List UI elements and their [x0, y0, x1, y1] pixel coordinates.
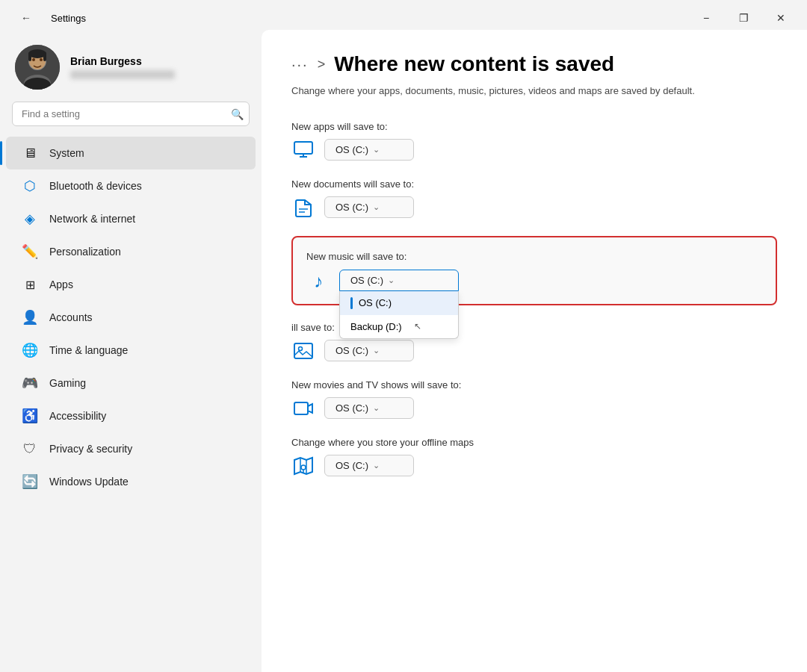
gaming-icon: 🎮 — [21, 374, 39, 392]
svg-point-21 — [301, 465, 306, 470]
setting-label-movies: New movies and TV shows will save to: — [291, 379, 777, 391]
sidebar-item-personalization[interactable]: ✏️ Personalization — [6, 235, 256, 268]
search-icon[interactable]: 🔍 — [231, 108, 244, 120]
sidebar-item-bluetooth[interactable]: ⬡ Bluetooth & devices — [6, 169, 256, 202]
system-icon: 🖥 — [21, 144, 39, 162]
sidebar-item-label-accounts: Accounts — [49, 311, 241, 323]
setting-label-maps: Change where you store your offline maps — [291, 437, 777, 448]
music-option-d[interactable]: Backup (D:) ↖ — [340, 315, 458, 338]
sidebar-item-label-gaming: Gaming — [49, 377, 241, 389]
breadcrumb-dots: ··· — [291, 56, 309, 73]
svg-rect-17 — [294, 402, 308, 414]
setting-control-apps: OS (C:) ⌄ — [291, 138, 777, 162]
time-icon: 🌐 — [21, 341, 39, 359]
privacy-icon: 🛡 — [21, 440, 39, 458]
documents-save-dropdown[interactable]: OS (C:) ⌄ — [324, 196, 414, 218]
setting-control-maps: OS (C:) ⌄ — [291, 454, 777, 478]
svg-rect-7 — [28, 52, 31, 61]
music-option-c[interactable]: OS (C:) — [340, 291, 458, 315]
search-input[interactable] — [12, 102, 250, 126]
music-save-icon: ♪ — [306, 270, 330, 293]
sidebar-item-accounts[interactable]: 👤 Accounts — [6, 301, 256, 334]
music-section: New music will save to: ♪ OS (C:) ⌄ OS (… — [291, 236, 777, 305]
music-dropdown-container: OS (C:) ⌄ OS (C:) Backup (D:) ↖ — [339, 270, 459, 291]
setting-control-movies: OS (C:) ⌄ — [291, 396, 777, 420]
sidebar-nav: 🖥 System ⬡ Bluetooth & devices ◈ Network… — [0, 137, 262, 498]
pictures-dropdown-arrow: ⌄ — [373, 346, 380, 355]
personalization-icon: ✏️ — [21, 243, 39, 261]
bluetooth-icon: ⬡ — [21, 177, 39, 195]
maps-save-dropdown[interactable]: OS (C:) ⌄ — [324, 455, 414, 476]
network-icon: ◈ — [21, 210, 39, 228]
avatar — [15, 45, 60, 90]
music-save-dropdown[interactable]: OS (C:) ⌄ — [339, 270, 459, 291]
sidebar-item-label-apps: Apps — [49, 279, 241, 290]
page-header: ··· > Where new content is saved — [291, 52, 777, 76]
close-button[interactable]: ✕ — [764, 6, 798, 30]
documents-dropdown-arrow: ⌄ — [373, 202, 380, 212]
sidebar-item-gaming[interactable]: 🎮 Gaming — [6, 367, 256, 399]
svg-point-16 — [299, 346, 303, 350]
content-area: ··· > Where new content is saved Change … — [262, 30, 807, 672]
titlebar-left: ← Settings — [9, 6, 86, 30]
music-dropdown-menu: OS (C:) Backup (D:) ↖ — [339, 291, 459, 339]
music-dropdown-arrow: ⌄ — [388, 276, 395, 285]
sidebar-item-label-system: System — [49, 147, 241, 159]
sidebar-item-update[interactable]: 🔄 Windows Update — [6, 465, 256, 498]
movies-save-icon — [291, 396, 315, 420]
search-box: 🔍 — [12, 102, 250, 126]
maps-save-icon — [291, 454, 315, 478]
svg-rect-8 — [43, 52, 46, 61]
setting-control-documents: OS (C:) ⌄ — [291, 196, 777, 220]
back-button[interactable]: ← — [9, 6, 43, 30]
sidebar-item-label-time: Time & language — [49, 344, 241, 356]
movies-dropdown-arrow: ⌄ — [373, 403, 380, 413]
sidebar-item-label-accessibility: Accessibility — [49, 410, 241, 422]
accounts-icon: 👤 — [21, 308, 39, 326]
sidebar-item-time[interactable]: 🌐 Time & language — [6, 334, 256, 367]
maximize-button[interactable]: ❐ — [726, 6, 761, 30]
user-name: Brian Burgess — [70, 55, 175, 67]
apps-save-icon — [291, 138, 315, 162]
setting-row-apps: New apps will save to: OS (C:) ⌄ — [291, 121, 777, 162]
selected-accent — [350, 297, 353, 309]
sidebar-item-apps[interactable]: ⊞ Apps — [6, 268, 256, 301]
update-icon: 🔄 — [21, 473, 39, 491]
titlebar-controls: − ❐ ✕ — [689, 6, 798, 30]
minimize-button[interactable]: − — [689, 6, 723, 30]
apps-dropdown-arrow: ⌄ — [373, 145, 380, 155]
sidebar-item-network[interactable]: ◈ Network & internet — [6, 202, 256, 235]
pictures-save-icon — [291, 339, 315, 363]
setting-label-apps: New apps will save to: — [291, 121, 777, 132]
sidebar-item-accessibility[interactable]: ♿ Accessibility — [6, 399, 256, 432]
sidebar-item-label-bluetooth: Bluetooth & devices — [49, 180, 241, 192]
sidebar-item-label-update: Windows Update — [49, 476, 241, 488]
page-title: Where new content is saved — [334, 52, 614, 76]
sidebar: Brian Burgess 🔍 🖥 System ⬡ Bluetooth & d… — [0, 30, 262, 672]
titlebar: ← Settings − ❐ ✕ — [0, 0, 807, 30]
setting-label-documents: New documents will save to: — [291, 178, 777, 190]
svg-point-4 — [32, 58, 35, 61]
sidebar-item-label-network: Network & internet — [49, 213, 241, 225]
documents-save-icon — [291, 196, 315, 220]
music-label: New music will save to: — [306, 251, 762, 262]
breadcrumb-arrow: > — [318, 57, 326, 72]
svg-rect-15 — [294, 343, 312, 358]
setting-control-pictures: OS (C:) ⌄ — [291, 339, 777, 363]
maps-dropdown-arrow: ⌄ — [373, 461, 380, 470]
user-email — [70, 70, 175, 79]
setting-row-maps: Change where you store your offline maps… — [291, 437, 777, 478]
sidebar-item-privacy[interactable]: 🛡 Privacy & security — [6, 432, 256, 465]
apps-save-dropdown[interactable]: OS (C:) ⌄ — [324, 139, 414, 161]
movies-save-dropdown[interactable]: OS (C:) ⌄ — [324, 397, 414, 419]
cursor-icon: ↖ — [414, 321, 421, 332]
sidebar-item-system[interactable]: 🖥 System — [6, 137, 256, 169]
music-control: ♪ OS (C:) ⌄ OS (C:) Backup (D:) — [306, 270, 762, 293]
accessibility-icon: ♿ — [21, 407, 39, 425]
user-info: Brian Burgess — [70, 55, 175, 79]
page-description: Change where your apps, documents, music… — [291, 84, 777, 99]
setting-row-movies: New movies and TV shows will save to: OS… — [291, 379, 777, 420]
main-container: Brian Burgess 🔍 🖥 System ⬡ Bluetooth & d… — [0, 30, 807, 672]
pictures-save-dropdown[interactable]: OS (C:) ⌄ — [324, 340, 414, 361]
sidebar-item-label-personalization: Personalization — [49, 246, 241, 258]
